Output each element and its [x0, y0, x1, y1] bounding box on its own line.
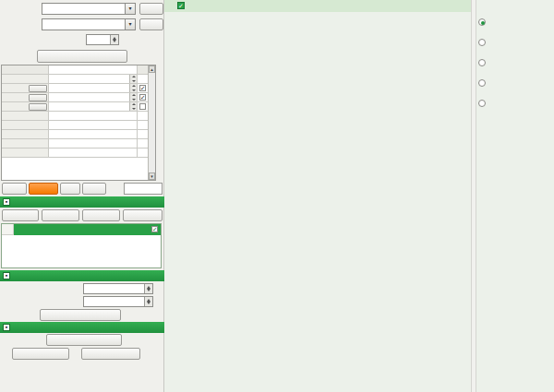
- help-button[interactable]: [139, 3, 163, 15]
- radio-icon[interactable]: [478, 39, 486, 46]
- save-defaults-button[interactable]: [12, 348, 69, 360]
- restore-defaults-button[interactable]: [81, 348, 140, 360]
- fcs-curve-combo[interactable]: ▾: [42, 18, 136, 30]
- table-row: ✓: [2, 93, 155, 102]
- clear-button[interactable]: [2, 183, 27, 195]
- fitting-model-combo[interactable]: ▾: [42, 3, 136, 15]
- fit-button[interactable]: [60, 183, 80, 195]
- radio-show-active-dataset[interactable]: [478, 37, 554, 57]
- remove-button[interactable]: [139, 18, 163, 30]
- initial-fit-button[interactable]: [29, 183, 58, 195]
- table-row: [2, 75, 155, 84]
- param-name: [2, 121, 49, 129]
- chevron-down-icon[interactable]: ▾: [125, 4, 135, 14]
- list-item[interactable]: ✓: [2, 224, 161, 235]
- spinner-arrows-icon[interactable]: [144, 284, 152, 293]
- param-value-field[interactable]: [49, 102, 138, 111]
- errors-header: ▪: [0, 270, 164, 281]
- spinner-arrows-icon[interactable]: [129, 102, 137, 111]
- calculate-errors-button[interactable]: [40, 309, 121, 321]
- param-name: [2, 139, 49, 148]
- auto-b-button[interactable]: [82, 209, 120, 221]
- panel-splitter[interactable]: [471, 0, 476, 392]
- table-row: [2, 148, 155, 158]
- header-fit: [138, 65, 148, 74]
- chi2-value-box: [124, 183, 163, 195]
- collapse-icon[interactable]: ▪: [3, 272, 10, 279]
- collapse-icon[interactable]: ▪: [3, 198, 10, 206]
- spinner-arrows-icon[interactable]: [129, 93, 137, 101]
- apply-limits-strip: ✓: [164, 0, 471, 12]
- limits-button[interactable]: [29, 103, 47, 111]
- parameter-table: ✓ ✓: [1, 65, 156, 181]
- chevron-down-icon[interactable]: ▾: [125, 19, 135, 30]
- fit-all-button[interactable]: [82, 183, 106, 195]
- num-shots-stepper[interactable]: [83, 283, 153, 294]
- item-label-selected[interactable]: ✓: [14, 224, 161, 235]
- param-value-field[interactable]: [49, 93, 138, 101]
- file-header: ▪: [0, 322, 164, 333]
- plot-panel: ✓: [164, 0, 554, 392]
- fit-checkbox[interactable]: ✓: [139, 85, 146, 91]
- save-result-button[interactable]: [46, 334, 122, 346]
- table-row: [2, 102, 155, 112]
- param-value-field[interactable]: [49, 84, 138, 92]
- table-row: [2, 139, 155, 148]
- header-parameter: [2, 65, 49, 74]
- scroll-up-icon[interactable]: ▲: [149, 65, 155, 73]
- table-row: ✓: [2, 84, 155, 93]
- fcs-data-list: ✓: [1, 223, 162, 268]
- apply-limits-checkbox[interactable]: ✓: [177, 2, 185, 9]
- radio-icon[interactable]: [478, 59, 486, 66]
- table-row: [2, 112, 155, 121]
- radio-error-correlation-plot[interactable]: [478, 98, 554, 118]
- header-value: [49, 65, 138, 74]
- table-scrollbar[interactable]: ▲ ▼: [148, 65, 155, 180]
- radio-fcs-curves-only[interactable]: [478, 57, 554, 77]
- radio-parameter-plot[interactable]: [478, 77, 554, 98]
- fit-checkbox[interactable]: ✓: [139, 94, 146, 101]
- cross-axb-button[interactable]: [123, 209, 163, 221]
- all-button[interactable]: [2, 209, 39, 221]
- param-name: [2, 148, 49, 157]
- item-checkbox[interactable]: ✓: [151, 226, 158, 232]
- auto-a-button[interactable]: [42, 209, 79, 221]
- limits-button[interactable]: [29, 85, 47, 92]
- collapse-icon[interactable]: ▪: [3, 324, 10, 331]
- table-header-row: [2, 65, 155, 75]
- spinner-arrows-icon[interactable]: [129, 84, 137, 92]
- radio-icon[interactable]: [478, 100, 486, 107]
- param-value-field[interactable]: [49, 75, 138, 83]
- param-name: [2, 112, 49, 120]
- fcs-data-header: ▪: [0, 196, 164, 208]
- table-row: [2, 121, 155, 130]
- spinner-arrows-icon[interactable]: [129, 75, 137, 83]
- table-row: [2, 130, 155, 139]
- param-name: [2, 130, 49, 138]
- radio-icon[interactable]: [478, 79, 486, 87]
- radio-icon[interactable]: [478, 18, 486, 26]
- probability-level-stepper[interactable]: [83, 296, 153, 307]
- fit-control-panel: ▾ ▾: [0, 0, 164, 392]
- item-index: [2, 224, 14, 235]
- limits-button[interactable]: [29, 94, 47, 101]
- param-name: [2, 75, 49, 83]
- n-diff-stepper[interactable]: [86, 34, 119, 45]
- spinner-arrows-icon[interactable]: [144, 297, 152, 306]
- load-calibration-button[interactable]: [37, 50, 127, 63]
- fcs-fit-window: ▾ ▾: [0, 0, 554, 392]
- scroll-down-icon[interactable]: ▼: [149, 172, 155, 180]
- fit-checkbox[interactable]: [139, 103, 146, 110]
- radio-show-all-datasets[interactable]: [478, 17, 554, 37]
- plot-mode-radios: [478, 17, 554, 118]
- spinner-arrows-icon[interactable]: [110, 35, 118, 44]
